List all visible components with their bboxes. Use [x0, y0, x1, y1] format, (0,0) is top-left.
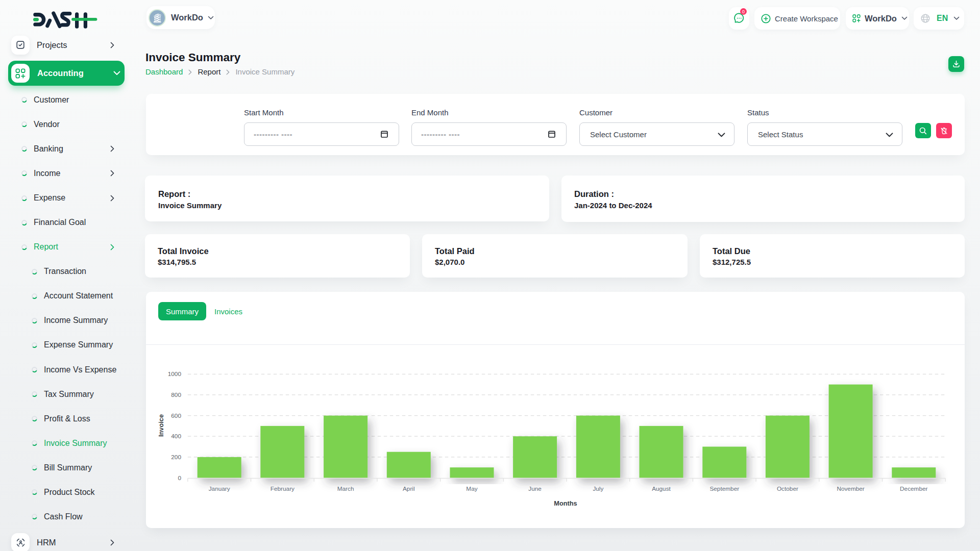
svg-text:August: August [652, 485, 671, 492]
svg-text:November: November [837, 485, 864, 492]
svg-text:July: July [593, 485, 603, 492]
svg-text:600: 600 [171, 412, 181, 419]
svg-text:May: May [466, 485, 477, 492]
svg-text:200: 200 [171, 454, 181, 461]
svg-text:October: October [777, 485, 798, 492]
svg-text:400: 400 [171, 433, 181, 440]
svg-text:1000: 1000 [168, 370, 182, 378]
svg-text:June: June [528, 485, 542, 492]
svg-text:February: February [271, 485, 295, 492]
svg-text:March: March [337, 485, 354, 492]
svg-text:January: January [209, 485, 230, 492]
svg-text:Invoice: Invoice [157, 414, 165, 437]
svg-text:September: September [709, 485, 739, 492]
svg-text:800: 800 [171, 391, 181, 398]
svg-text:0: 0 [178, 474, 181, 482]
svg-text:April: April [403, 485, 415, 492]
svg-text:December: December [900, 485, 927, 492]
svg-text:Months: Months [554, 499, 577, 507]
